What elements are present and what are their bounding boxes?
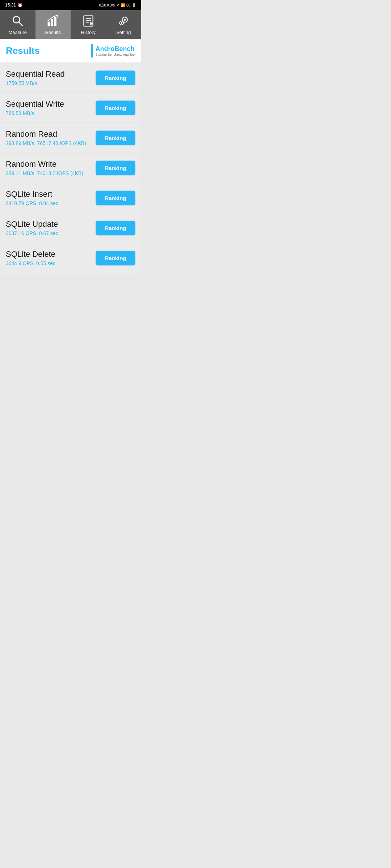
brand-subtitle: Storage Benchmarking Tool [96, 53, 135, 56]
result-value: 786.53 MB/s [6, 110, 64, 116]
tab-history[interactable]: History [71, 10, 106, 39]
result-name: SQLite Delete [6, 250, 55, 259]
ranking-button-0[interactable]: Ranking [96, 71, 135, 85]
result-item: SQLite Delete 3644.9 QPS, 0.55 sec Ranki… [0, 243, 141, 273]
ranking-button-2[interactable]: Ranking [96, 131, 135, 145]
tab-results[interactable]: Results [35, 10, 71, 39]
brand-highlight: Andro [96, 45, 115, 52]
result-item: SQLite Insert 2410.79 QPS, 0.84 sec Rank… [0, 183, 141, 213]
ranking-button-3[interactable]: Ranking [96, 161, 135, 175]
alarm-icon: ⏰ [17, 3, 23, 8]
measure-icon [11, 14, 24, 27]
result-name: Sequential Write [6, 99, 64, 109]
tab-setting-label: Setting [116, 30, 131, 35]
svg-point-13 [121, 22, 123, 24]
results-header: Results AndroBench Storage Benchmarking … [0, 39, 141, 63]
result-name: Sequential Read [6, 69, 65, 79]
nav-tabs: Measure Results History Setting [0, 10, 141, 39]
tab-measure[interactable]: Measure [0, 10, 35, 39]
result-value: 298.89 MB/s, 76517.48 IOPS (4KB) [6, 140, 86, 146]
brand-accent-bar [91, 44, 93, 58]
result-item: Random Read 298.89 MB/s, 76517.48 IOPS (… [0, 123, 141, 153]
result-list: Sequential Read 1759.55 MB/s Ranking Seq… [0, 63, 141, 273]
results-icon [46, 14, 59, 27]
result-info: Random Read 298.89 MB/s, 76517.48 IOPS (… [6, 129, 86, 146]
result-name: SQLite Update [6, 220, 58, 229]
ranking-button-4[interactable]: Ranking [96, 191, 135, 205]
network-speed: 0.50 KB/s [99, 3, 115, 7]
result-info: SQLite Insert 2410.79 QPS, 0.84 sec [6, 190, 58, 206]
result-name: SQLite Insert [6, 190, 58, 199]
result-info: Sequential Write 786.53 MB/s [6, 99, 64, 116]
brand-name: AndroBench [96, 45, 135, 53]
brand-text: AndroBench Storage Benchmarking Tool [96, 45, 135, 56]
status-bar: 15:31 ⏰ 0.50 KB/s ✕ 📶 66 🔋 [0, 0, 141, 10]
svg-rect-2 [48, 22, 50, 26]
svg-point-11 [124, 19, 126, 21]
svg-rect-3 [51, 19, 53, 26]
result-info: Sequential Read 1759.55 MB/s [6, 69, 65, 86]
result-info: SQLite Delete 3644.9 QPS, 0.55 sec [6, 250, 55, 266]
svg-line-1 [18, 22, 22, 26]
svg-rect-5 [84, 16, 93, 26]
ranking-button-6[interactable]: Ranking [96, 251, 135, 265]
tab-measure-label: Measure [8, 30, 27, 35]
result-value: 3037.16 QPS, 0.67 sec [6, 230, 58, 236]
brand-logo: AndroBench Storage Benchmarking Tool [91, 44, 135, 58]
result-value: 1759.55 MB/s [6, 80, 65, 86]
close-icon: ✕ [116, 3, 119, 7]
result-value: 289.11 MB/s, 74013.2 IOPS (4KB) [6, 170, 83, 176]
status-right: 0.50 KB/s ✕ 📶 66 🔋 [99, 3, 136, 7]
ranking-button-1[interactable]: Ranking [96, 101, 135, 115]
battery-level: 66 [126, 3, 130, 7]
time: 15:31 [5, 3, 16, 8]
status-left: 15:31 ⏰ [5, 3, 23, 8]
tab-history-label: History [81, 30, 96, 35]
result-value: 2410.79 QPS, 0.84 sec [6, 200, 58, 206]
tab-results-label: Results [45, 30, 61, 35]
battery-icon: 🔋 [132, 3, 136, 7]
result-info: SQLite Update 3037.16 QPS, 0.67 sec [6, 220, 58, 236]
brand-rest: Bench [115, 45, 135, 52]
ranking-button-5[interactable]: Ranking [96, 221, 135, 235]
svg-rect-4 [54, 17, 56, 26]
result-value: 3644.9 QPS, 0.55 sec [6, 260, 55, 266]
result-item: SQLite Update 3037.16 QPS, 0.67 sec Rank… [0, 213, 141, 243]
result-item: Random Write 289.11 MB/s, 74013.2 IOPS (… [0, 153, 141, 183]
result-item: Sequential Read 1759.55 MB/s Ranking [0, 63, 141, 93]
history-icon [82, 14, 95, 27]
wifi-icon: 📶 [121, 3, 125, 7]
result-info: Random Write 289.11 MB/s, 74013.2 IOPS (… [6, 159, 83, 176]
result-item: Sequential Write 786.53 MB/s Ranking [0, 93, 141, 123]
tab-setting[interactable]: Setting [106, 10, 142, 39]
setting-icon [117, 14, 130, 27]
page-title: Results [6, 45, 40, 56]
result-name: Random Read [6, 129, 86, 139]
result-name: Random Write [6, 159, 83, 169]
